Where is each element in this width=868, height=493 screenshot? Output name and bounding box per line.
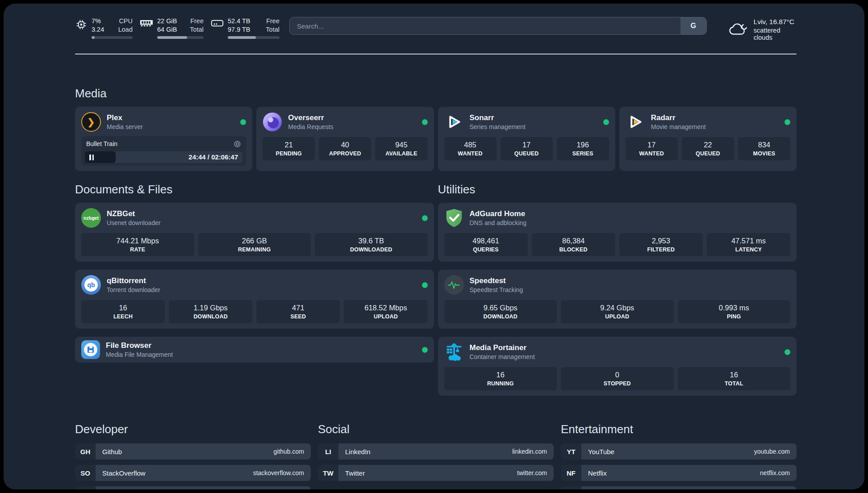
stat-label: DOWNLOADED <box>350 246 392 253</box>
stat-value: 17 <box>647 141 655 149</box>
sonarr-icon <box>444 112 464 132</box>
search-input[interactable] <box>290 17 680 34</box>
bookmark-github[interactable]: GH Github github.com <box>75 443 311 460</box>
service-card-sonarr[interactable]: Sonarr Series management 485 WANTED 17 Q… <box>438 107 615 171</box>
stat-value: 17 <box>522 141 530 149</box>
stat-value: 22 <box>704 141 712 149</box>
bookmark-abbr: DT <box>75 486 96 489</box>
bookmark-netflix[interactable]: NF Netflix netflix.com <box>561 465 797 481</box>
stat-box: 834 MOVIES <box>738 137 790 160</box>
service-card-adguard[interactable]: AdGuard Home DNS and adblocking 498,461 … <box>438 203 797 262</box>
bookmark-youtube[interactable]: YT YouTube youtube.com <box>561 443 797 460</box>
resource-widgets: 7% 3.24 CPU Load <box>75 17 280 39</box>
weather-location: Lviv, 16.87°C <box>754 18 797 26</box>
memory-total-label: Total <box>190 25 204 34</box>
bookmark-url: netflix.com <box>760 469 790 476</box>
service-card-radarr[interactable]: Radarr Movie management 17 WANTED 22 QUE… <box>619 107 797 171</box>
service-description: Media Requests <box>288 123 333 130</box>
status-dot <box>422 215 428 221</box>
stat-label: UPLOAD <box>605 313 629 320</box>
stat-label: SEED <box>290 313 306 320</box>
bookmark-abbr: SO <box>75 465 96 481</box>
stat-value: 0.993 ms <box>719 304 749 312</box>
service-card-portainer[interactable]: Media Portainer Container management 16 … <box>438 337 797 396</box>
stat-value: 618.52 Mbps <box>364 304 407 312</box>
stat-box: 471 SEED <box>256 300 340 323</box>
weather-condition: scattered clouds <box>754 27 797 41</box>
stat-value: 40 <box>341 141 349 149</box>
search-engine-button[interactable]: G <box>680 17 706 34</box>
stat-value: 16 <box>730 371 738 379</box>
stat-label: STOPPED <box>604 380 631 387</box>
memory-icon <box>140 17 153 39</box>
cpu-icon <box>75 17 88 39</box>
service-card-filebrowser[interactable]: File Browser Media File Management <box>75 337 434 363</box>
bookmark-abbr: NF <box>561 465 581 481</box>
cpu-widget: 7% 3.24 CPU Load <box>75 17 133 39</box>
stat-box: 86,384 BLOCKED <box>532 233 615 256</box>
radarr-icon <box>626 112 645 132</box>
section-title-media: Media <box>75 87 797 100</box>
service-description: Media server <box>107 123 143 130</box>
service-description: DNS and adblocking <box>470 219 527 226</box>
bookmark-dev[interactable]: DT DEV dev.to <box>75 486 311 489</box>
bookmark-linkedin[interactable]: LI LinkedIn linkedin.com <box>318 443 554 460</box>
section-title-entertainment: Entertainment <box>561 422 797 436</box>
bookmark-url: github.com <box>274 448 304 455</box>
service-name: Speedtest <box>470 276 523 285</box>
disk-free-label: Free <box>266 17 280 25</box>
stat-value: 471 <box>292 304 305 312</box>
stat-box: 47.571 ms LATENCY <box>707 233 790 256</box>
service-card-overseerr[interactable]: Overseerr Media Requests 21 PENDING 40 A… <box>256 107 434 171</box>
stat-box: 40 APPROVED <box>319 137 371 160</box>
service-description: Series management <box>470 123 526 130</box>
speedtest-icon <box>444 275 464 295</box>
bookmark-name: StackOverflow <box>102 469 146 477</box>
stat-value: 16 <box>497 371 505 379</box>
service-card-speedtest[interactable]: Speedtest Speedtest Tracking 9.65 Gbps D… <box>438 270 797 329</box>
stat-value: 266 GB <box>242 237 267 245</box>
service-card-plex[interactable]: ❯ Plex Media server Bullet Train <box>75 107 252 171</box>
service-card-qbittorrent[interactable]: qb qBittorrent Torrent downloader 16 LEE… <box>75 270 434 329</box>
stat-label: QUEUED <box>514 150 539 157</box>
nzbget-icon: nzbget <box>81 208 101 228</box>
stat-label: TOTAL <box>725 380 743 387</box>
stat-box: 9.24 Gbps UPLOAD <box>561 300 674 323</box>
status-dot <box>422 282 428 288</box>
stat-label: MOVIES <box>753 150 776 157</box>
cpu-load-value: 3.24 <box>92 25 104 34</box>
stat-value: 9.65 Gbps <box>484 304 517 312</box>
bookmark-twitter[interactable]: TW Twitter twitter.com <box>318 465 554 481</box>
bookmark-name: Netflix <box>588 469 607 477</box>
service-name: AdGuard Home <box>470 209 527 218</box>
status-dot <box>603 119 609 125</box>
status-dot <box>240 119 246 125</box>
stat-box: 2,953 FILTERED <box>619 233 703 256</box>
stat-box: 16 TOTAL <box>678 367 791 390</box>
cpu-label: CPU <box>118 17 133 25</box>
stat-value: 196 <box>576 141 589 149</box>
stat-box: 945 AVAILABLE <box>375 137 427 160</box>
stat-label: REMAINING <box>238 246 271 253</box>
bookmark-url: stackoverflow.com <box>253 469 304 476</box>
stat-label: UPLOAD <box>374 313 398 320</box>
disk-total-label: Total <box>266 25 280 34</box>
bookmark-abbr: RE <box>561 486 581 489</box>
service-card-nzbget[interactable]: nzbget NZBGet Usenet downloader 744.21 M… <box>75 203 434 262</box>
overseerr-icon <box>263 112 282 132</box>
header-divider <box>75 54 797 54</box>
stat-box: 16 LEECH <box>81 300 165 323</box>
stat-label: QUEUED <box>696 150 720 157</box>
bookmark-reddit[interactable]: RE Reddit reddit.com <box>561 486 797 489</box>
service-description: Usenet downloader <box>107 219 161 226</box>
stat-label: DOWNLOAD <box>193 313 228 320</box>
section-title-social: Social <box>318 422 554 436</box>
weather-widget: Lviv, 16.87°C scattered clouds <box>728 17 797 41</box>
qbittorrent-icon: qb <box>81 275 101 295</box>
service-name: Media Portainer <box>470 343 535 352</box>
bookmark-stackoverflow[interactable]: SO StackOverflow stackoverflow.com <box>75 465 311 481</box>
service-description: Media File Management <box>106 351 173 358</box>
disk-free-value: 52.4 TB <box>228 17 250 25</box>
section-title-utilities: Utilities <box>438 183 797 196</box>
stat-value: 2,953 <box>652 237 670 245</box>
